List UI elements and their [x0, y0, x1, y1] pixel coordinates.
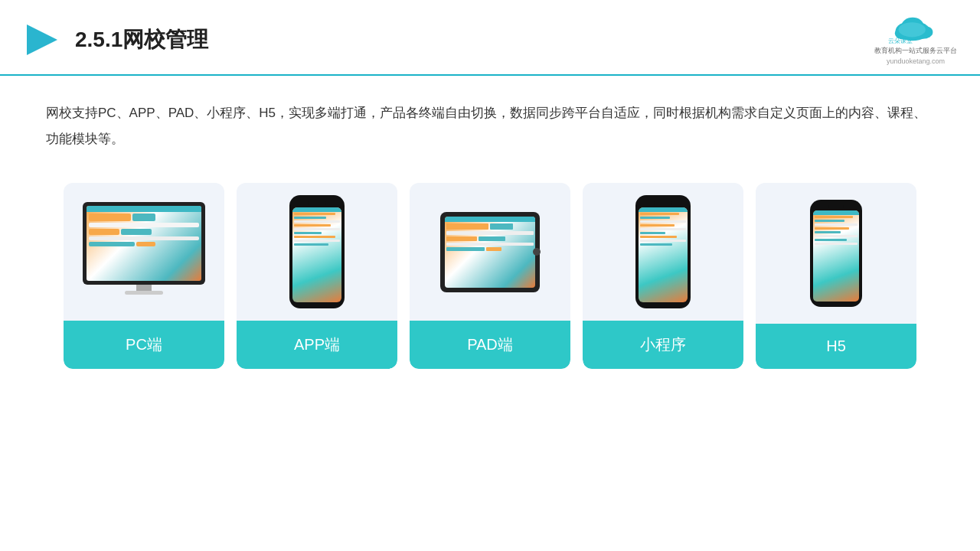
- phone-h5-mockup: [810, 200, 862, 307]
- device-cards-container: PC端: [0, 168, 980, 392]
- card-h5: H5: [756, 183, 916, 369]
- phone-app-mockup: [289, 195, 345, 308]
- card-app-image: [237, 183, 397, 321]
- play-icon: [23, 21, 61, 59]
- card-pc: PC端: [64, 183, 224, 369]
- card-miniprogram-image: [583, 183, 743, 321]
- svg-text:云朵课堂: 云朵课堂: [888, 37, 913, 44]
- card-miniprogram: 小程序: [583, 183, 743, 369]
- page-title: 2.5.1网校管理: [75, 25, 208, 54]
- logo-area: 云朵课堂 教育机构一站式服务云平台 yunduoketang.com: [874, 14, 957, 65]
- page-header: 2.5.1网校管理 云朵课堂 教育机构一站式服务云平台 yunduoketang…: [0, 0, 980, 76]
- card-pad: PAD端: [410, 183, 570, 369]
- logo-subtitle: 教育机构一站式服务云平台: [874, 46, 957, 56]
- header-left: 2.5.1网校管理: [23, 21, 208, 59]
- logo-url: yunduoketang.com: [887, 57, 945, 65]
- card-app: APP端: [237, 183, 397, 369]
- card-h5-image: [756, 183, 916, 324]
- pc-monitor-mockup: [83, 202, 205, 302]
- svg-point-5: [899, 22, 926, 37]
- description-text: 网校支持PC、APP、PAD、小程序、H5，实现多端打通，产品各终端自由切换，数…: [0, 76, 980, 168]
- phone-miniprogram-mockup: [635, 195, 691, 308]
- card-app-label: APP端: [237, 321, 397, 369]
- card-pad-image: [410, 183, 570, 321]
- card-miniprogram-label: 小程序: [583, 321, 743, 369]
- tablet-mockup: [440, 212, 540, 292]
- svg-marker-0: [27, 24, 57, 55]
- card-pc-label: PC端: [64, 321, 224, 369]
- card-pad-label: PAD端: [410, 321, 570, 369]
- card-h5-label: H5: [756, 324, 916, 369]
- description-content: 网校支持PC、APP、PAD、小程序、H5，实现多端打通，产品各终端自由切换，数…: [46, 106, 926, 146]
- yunduoketang-logo: 云朵课堂: [885, 14, 946, 44]
- card-pc-image: [64, 183, 224, 321]
